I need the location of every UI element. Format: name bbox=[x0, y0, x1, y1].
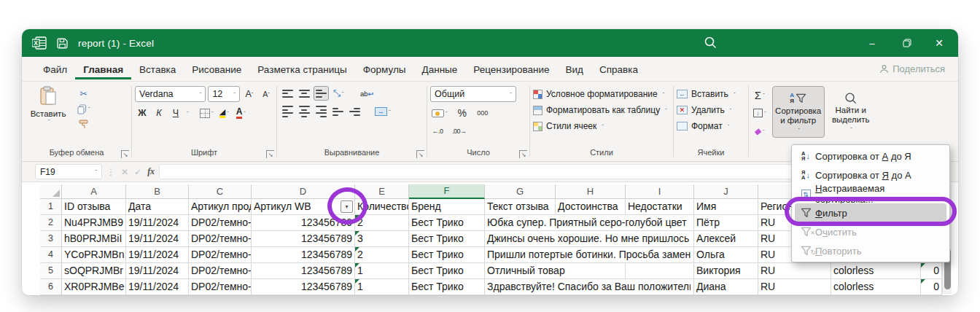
cell-article-seller[interactable]: DP02/темно-синий bbox=[189, 279, 252, 295]
restore-button[interactable] bbox=[891, 29, 923, 57]
cell-quantity[interactable]: 3 bbox=[355, 231, 409, 247]
search-icon[interactable] bbox=[704, 36, 718, 52]
format-cells-button[interactable]: Форматˇ bbox=[677, 118, 745, 134]
copy-button[interactable]: ˇ bbox=[76, 103, 92, 115]
cell-region[interactable]: RU bbox=[758, 263, 831, 279]
percent-button[interactable]: % bbox=[455, 106, 470, 120]
italic-button[interactable]: К bbox=[152, 106, 166, 120]
cell-name[interactable]: Виктория bbox=[694, 263, 758, 279]
cell-article-wb[interactable]: 123456789 bbox=[252, 215, 355, 231]
cell-color[interactable]: colorless bbox=[831, 263, 921, 279]
font-size-select[interactable]: 12ˇ bbox=[208, 86, 240, 102]
menu-item-custom-sort[interactable]: ⇅Настраиваемая сортировка... bbox=[792, 184, 949, 203]
cell-article-seller[interactable]: DP02/темно-синий bbox=[189, 231, 252, 247]
row-header-2[interactable]: 2 bbox=[40, 215, 62, 231]
cell-review-id[interactable]: YCoPRJMBn bbox=[62, 247, 126, 263]
conditional-formatting-button[interactable]: Условное форматированиеˇ bbox=[533, 86, 670, 102]
insert-function-button[interactable]: fx bbox=[147, 166, 155, 177]
font-family-select[interactable]: Verdanaˇ bbox=[135, 86, 206, 102]
column-header-H[interactable]: H bbox=[556, 184, 626, 199]
merge-center-button[interactable]: ↔ˇ bbox=[373, 104, 392, 119]
alignment-dialog-launcher[interactable]: ↘ bbox=[416, 150, 424, 158]
cell-article-wb[interactable]: 123456789 bbox=[252, 263, 355, 279]
accounting-format-button[interactable]: ˇ bbox=[430, 106, 449, 120]
column-header-B[interactable]: B bbox=[126, 184, 189, 199]
row-header-1[interactable]: 1 bbox=[40, 199, 62, 215]
tab-вид[interactable]: Вид bbox=[558, 58, 591, 79]
select-all-corner[interactable] bbox=[40, 184, 62, 199]
cell-name[interactable]: Диана bbox=[694, 279, 758, 295]
cell-quantity[interactable]: 1 bbox=[355, 279, 409, 295]
tab-рецензирование[interactable]: Рецензирование bbox=[465, 58, 557, 79]
cell-article-wb[interactable]: 123456789 bbox=[252, 247, 355, 263]
sort-filter-button[interactable]: АЯ Сортировка и фильтр ˇ bbox=[772, 86, 825, 138]
grow-font-button[interactable]: Аˆ bbox=[242, 87, 257, 101]
fill-button[interactable]: ↓ˇ bbox=[752, 106, 768, 120]
menu-item-filter[interactable]: Фильтр bbox=[795, 203, 946, 222]
clipboard-dialog-launcher[interactable]: ↘ bbox=[121, 150, 129, 158]
cell-review-id[interactable]: Nu4PRJMB9 bbox=[62, 215, 126, 231]
orientation-button[interactable]: ⤡ˇ bbox=[331, 86, 346, 101]
cell-date[interactable]: 19/11/2024 bbox=[126, 279, 189, 295]
cell-zero-value[interactable]: 0 bbox=[921, 279, 942, 295]
header-cell[interactable]: Имя bbox=[694, 199, 758, 215]
header-cell[interactable]: ID отзыва bbox=[62, 199, 126, 215]
cell-cons[interactable] bbox=[626, 263, 694, 279]
align-bottom-button[interactable] bbox=[314, 86, 329, 101]
column-header-C[interactable]: C bbox=[189, 184, 252, 199]
find-select-button[interactable]: Найти и выделить ˇ bbox=[825, 86, 877, 136]
cell-review-text[interactable]: Джинсы очень хорошие. Но мне пришлось ве… bbox=[485, 231, 556, 247]
header-cell[interactable]: Дата bbox=[126, 199, 189, 215]
header-cell[interactable]: Артикул продавца bbox=[189, 199, 252, 215]
increase-decimal-button[interactable]: ←.0 bbox=[430, 124, 445, 139]
minimize-button[interactable]: – bbox=[856, 29, 888, 57]
delete-cells-button[interactable]: ✕ Удалитьˇ bbox=[677, 102, 745, 118]
increase-indent-button[interactable] bbox=[347, 104, 362, 119]
column-header-I[interactable]: I bbox=[626, 184, 694, 199]
header-cell[interactable]: Бренд bbox=[409, 199, 485, 215]
cell-article-seller[interactable]: DP02/темно-синий bbox=[189, 215, 252, 231]
menu-item-sort-za[interactable]: ЯА↓Сортировка от Я до А bbox=[792, 165, 949, 184]
header-cell[interactable]: Недостатки bbox=[626, 199, 694, 215]
align-center-button[interactable] bbox=[297, 104, 311, 119]
cell-quantity[interactable]: 2 bbox=[355, 215, 409, 231]
column-header-A[interactable]: A bbox=[62, 184, 126, 199]
tab-разметка-страницы[interactable]: Разметка страницы bbox=[249, 58, 354, 79]
cell-article-wb[interactable]: 123456789 bbox=[252, 279, 355, 295]
cell-quantity[interactable]: 1 bbox=[355, 263, 409, 279]
column-header-E[interactable]: E bbox=[355, 184, 409, 199]
row-header-4[interactable]: 4 bbox=[40, 247, 62, 263]
column-header-F[interactable]: F bbox=[409, 184, 485, 199]
align-left-button[interactable] bbox=[280, 104, 295, 119]
format-as-table-button[interactable]: Форматировать как таблицуˇ bbox=[533, 102, 670, 118]
decrease-indent-button[interactable] bbox=[330, 104, 345, 119]
cell-region[interactable]: RU bbox=[758, 279, 831, 295]
row-header-5[interactable]: 5 bbox=[40, 263, 62, 279]
cell-review-id[interactable]: XR0PRJMBe bbox=[62, 279, 126, 295]
bold-button[interactable]: Ж bbox=[135, 106, 149, 120]
cell-date[interactable]: 19/11/2024 bbox=[126, 247, 189, 263]
header-cell[interactable]: Артикул WB▾ bbox=[252, 199, 355, 215]
cell-name[interactable]: Пётр bbox=[694, 215, 758, 231]
decrease-decimal-button[interactable]: .00→ bbox=[451, 124, 468, 139]
cell-date[interactable]: 19/11/2024 bbox=[126, 263, 189, 279]
paste-button[interactable]: Вставить ˇ bbox=[25, 86, 71, 130]
cell-brand[interactable]: Бест Трико bbox=[409, 263, 485, 279]
font-color-button[interactable]: Аˇ bbox=[233, 106, 248, 120]
cell-color[interactable]: colorless bbox=[831, 279, 921, 295]
cell-article-seller[interactable]: DP02/темно-синий bbox=[189, 263, 252, 279]
row-header-3[interactable]: 3 bbox=[40, 231, 62, 247]
cell-brand[interactable]: Бест Трико bbox=[409, 247, 485, 263]
share-button[interactable]: Поделиться bbox=[879, 63, 945, 74]
shrink-font-button[interactable]: Аˇ bbox=[259, 87, 273, 101]
column-header-D[interactable]: D bbox=[252, 184, 355, 199]
cell-quantity[interactable]: 2 bbox=[355, 247, 409, 263]
insert-cells-button[interactable]: ← Вставитьˇ bbox=[677, 86, 745, 102]
cell-article-seller[interactable]: DP02/темно-синий bbox=[189, 247, 252, 263]
cell-date[interactable]: 19/11/2024 bbox=[126, 231, 189, 247]
header-cell[interactable]: Достоинства bbox=[556, 199, 626, 215]
cell-review-text[interactable]: Юбка супер. Приятный серо-голубой цвет bbox=[485, 215, 556, 231]
format-painter-button[interactable] bbox=[76, 118, 92, 130]
number-dialog-launcher[interactable]: ↘ bbox=[519, 150, 527, 158]
tab-данные[interactable]: Данные bbox=[414, 58, 466, 79]
